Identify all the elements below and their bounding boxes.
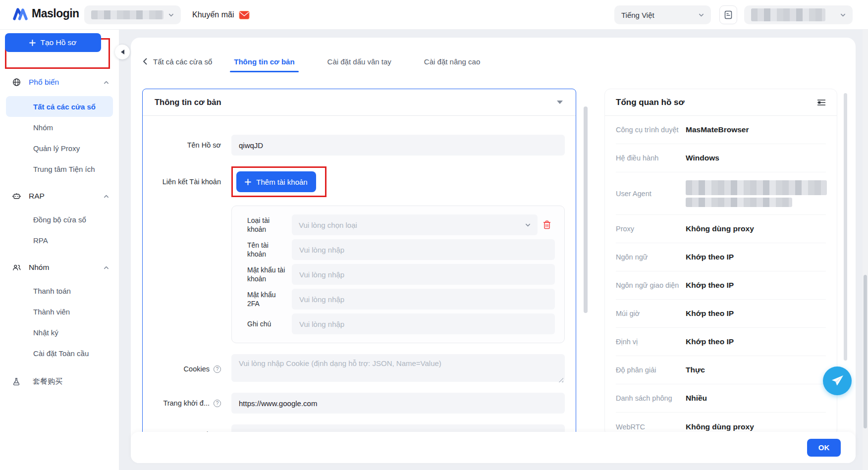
sidebar-item-label: Thành viên	[33, 308, 70, 316]
trash-icon	[543, 220, 551, 229]
sidebar-item-proxy-management[interactable]: Quản lý Proxy	[0, 138, 119, 158]
redacted-user-agent	[686, 180, 827, 207]
sidebar-item-all-windows[interactable]: Tất cả các cửa sổ	[6, 96, 113, 117]
account-password-input[interactable]	[292, 264, 555, 285]
overview-label: WebRTC	[616, 423, 686, 431]
workspace-dropdown[interactable]	[84, 5, 181, 24]
back-to-all-windows[interactable]: Tất cả các cửa sổ	[143, 57, 212, 66]
overview-row: Proxy Không dùng proxy	[616, 215, 826, 243]
help-icon[interactable]: ?	[214, 366, 221, 373]
cookies-label: Cookies ?	[143, 365, 231, 373]
sidebar-item-label: Trung tâm Tiện ích	[33, 165, 95, 173]
overview-row: Định vị Khớp theo IP	[616, 328, 826, 356]
profile-name-input[interactable]	[231, 135, 565, 156]
overview-label: Độ phân giải	[616, 366, 686, 374]
overview-value: Khớp theo IP	[686, 281, 734, 290]
sidebar-item-global-settings[interactable]: Cài đặt Toàn cầu	[0, 343, 119, 364]
chevron-left-icon	[143, 58, 147, 65]
back-label: Tất cả các cửa sổ	[153, 57, 212, 66]
sidebar-item-logs[interactable]: Nhật ký	[0, 322, 119, 343]
purchase-plan-label: 套餐购买	[33, 377, 62, 386]
overview-value: Khớp theo IP	[686, 253, 734, 261]
overview-label: Ngôn ngữ	[616, 253, 686, 261]
tab-label: Cài đặt nâng cao	[424, 57, 480, 66]
section-label: Phổ biến	[29, 78, 104, 87]
overview-value: Windows	[686, 154, 719, 162]
main-content: Tất cả các cửa sổ Thông tin cơ bản Cài đ…	[131, 38, 856, 463]
tab-label: Thông tin cơ bản	[234, 57, 294, 66]
section-label: RAP	[29, 192, 104, 201]
profile-name-label: Tên Hồ sơ	[143, 141, 231, 149]
account-type-select[interactable]: Vui lòng chọn loại	[292, 214, 538, 235]
window-scrollbar[interactable]	[863, 30, 868, 470]
account-note-input[interactable]	[292, 313, 555, 334]
sidebar-section-team[interactable]: Nhóm	[0, 259, 119, 276]
overview-title: Tổng quan hồ sơ	[616, 98, 685, 107]
paper-plane-icon	[830, 374, 844, 387]
language-selector[interactable]: Tiếng Việt	[614, 5, 711, 24]
promo-link[interactable]: Khuyến mãi	[192, 0, 250, 30]
sidebar-item-utility-center[interactable]: Trung tâm Tiện ích	[0, 158, 119, 179]
triangle-left-icon	[121, 50, 124, 54]
overview-value: Thực	[686, 366, 705, 374]
sidebar-section-pho-bien[interactable]: Phổ biến	[0, 73, 119, 91]
account-card: Loại tài khoản Vui lòng chọn loại	[231, 206, 565, 343]
sidebar-item-purchase-plan[interactable]: 套餐购买	[0, 371, 119, 391]
chevron-up-icon	[104, 194, 109, 199]
basic-info-card-header[interactable]: Thông tin cơ bản	[143, 89, 576, 116]
window-scrollbar-thumb[interactable]	[864, 275, 867, 428]
start-page-input[interactable]	[231, 393, 565, 414]
promo-label: Khuyến mãi	[192, 10, 234, 19]
collapse-panel-button[interactable]	[115, 45, 130, 59]
overview-label: Danh sách phông	[616, 394, 686, 402]
card-title: Thông tin cơ bản	[155, 98, 221, 107]
cookies-textarea[interactable]	[231, 354, 565, 382]
sidebar-item-label: Đồng bộ cửa sổ	[33, 215, 86, 224]
sidebar-item-rpa[interactable]: RPA	[0, 230, 119, 251]
overview-row: Hệ điều hành Windows	[616, 144, 826, 172]
create-profile-button[interactable]: Tạo Hồ sơ	[5, 33, 101, 52]
overview-label: Hệ điều hành	[616, 154, 686, 162]
sidebar-item-groups[interactable]: Nhóm	[0, 117, 119, 138]
sidebar-item-label: Nhật ký	[33, 328, 58, 337]
sidebar-item-label: Quản lý Proxy	[33, 144, 80, 153]
sidebar-section-rap[interactable]: RAP	[0, 187, 119, 205]
chevron-up-icon	[104, 80, 109, 85]
document-icon	[724, 10, 732, 19]
telegram-float-button[interactable]	[823, 366, 852, 395]
sidebar-item-billing[interactable]: Thanh toán	[0, 280, 119, 301]
content-scrollbar[interactable]	[584, 106, 588, 313]
tab-fingerprint-settings[interactable]: Cài đặt dấu vân tay	[326, 53, 392, 70]
overview-value: Khớp theo IP	[686, 309, 734, 318]
overview-label: Công cụ trình duyệt	[616, 126, 686, 134]
overview-row: Công cụ trình duyệt MasMateBrowser	[616, 116, 826, 144]
overview-label: User Agent	[616, 190, 686, 198]
top-header: Maslogin Khuyến mãi Tiếng Việt	[0, 0, 868, 30]
tab-basic-info[interactable]: Thông tin cơ bản	[233, 53, 295, 70]
account-type-label: Loại tài khoản	[247, 216, 292, 234]
section-label: Nhóm	[29, 263, 104, 272]
globe-icon	[12, 78, 21, 87]
user-account-dropdown[interactable]	[744, 5, 853, 24]
panel-scrollbar[interactable]	[844, 93, 847, 361]
maslogin-logo-icon	[13, 7, 28, 20]
docs-button[interactable]	[719, 5, 737, 24]
help-icon[interactable]: ?	[214, 400, 221, 407]
ok-button[interactable]: OK	[807, 439, 841, 457]
overview-row: Múi giờ Khớp theo IP	[616, 300, 826, 328]
add-account-label: Thêm tài khoản	[256, 178, 307, 186]
delete-account-button[interactable]	[543, 220, 551, 229]
overview-label: Định vị	[616, 338, 686, 346]
tab-advanced-settings[interactable]: Cài đặt nâng cao	[423, 53, 481, 70]
account-username-input[interactable]	[292, 239, 555, 260]
sidebar-item-window-sync[interactable]: Đồng bộ cửa sổ	[0, 209, 119, 230]
filter-icon[interactable]	[817, 99, 826, 106]
annotation-box-add-account: Thêm tài khoản	[231, 166, 326, 197]
create-profile-label: Tạo Hồ sơ	[40, 38, 76, 47]
team-icon	[12, 263, 21, 272]
account-2fa-input[interactable]	[292, 289, 555, 310]
add-account-button[interactable]: Thêm tài khoản	[236, 171, 316, 192]
sidebar-item-label: Nhóm	[33, 123, 53, 132]
sidebar-item-members[interactable]: Thành viên	[0, 301, 119, 322]
collapse-caret-icon[interactable]	[557, 101, 563, 104]
